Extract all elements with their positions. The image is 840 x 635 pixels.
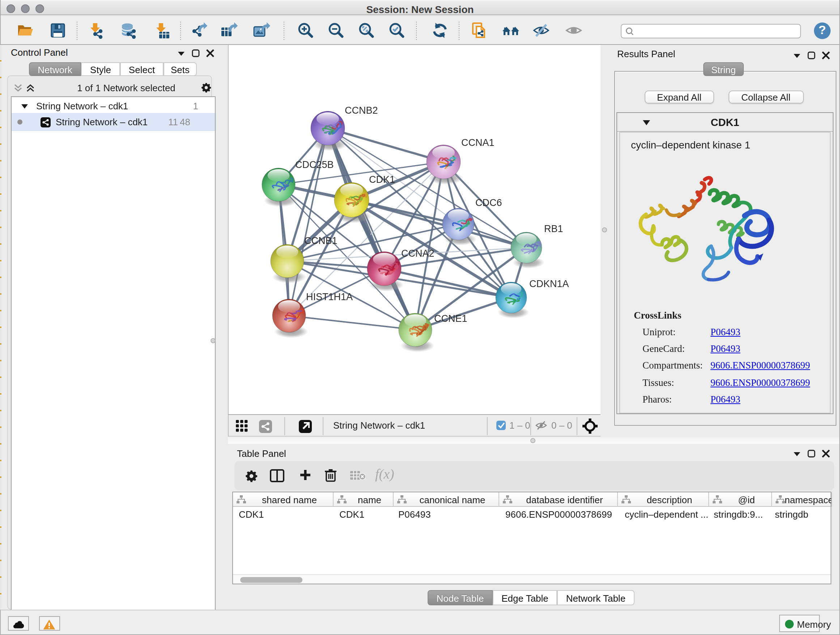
- svg-text:CCNA1: CCNA1: [461, 137, 494, 148]
- svg-text:CCNB2: CCNB2: [345, 105, 378, 116]
- svg-text:CCNB1: CCNB1: [304, 235, 338, 246]
- svg-text:CDC6: CDC6: [475, 197, 502, 208]
- svg-text:CCNE1: CCNE1: [434, 313, 467, 324]
- svg-text:CDKN1A: CDKN1A: [529, 279, 569, 289]
- svg-text:HIST1H1A: HIST1H1A: [306, 291, 353, 302]
- svg-text:RB1: RB1: [544, 223, 563, 234]
- svg-text:CDC25B: CDC25B: [295, 159, 334, 170]
- svg-text:CCNA2: CCNA2: [401, 248, 434, 259]
- svg-text:CDK1: CDK1: [369, 174, 395, 185]
